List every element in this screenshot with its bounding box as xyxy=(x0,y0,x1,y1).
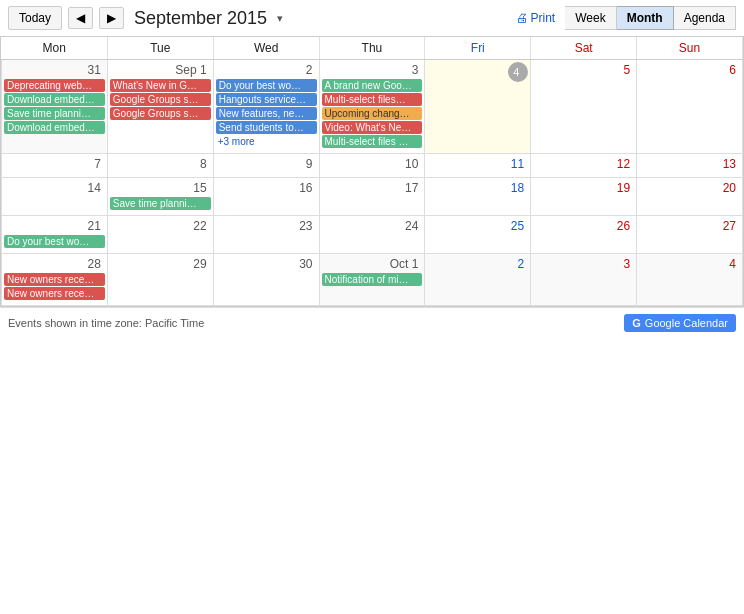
month-title: September 2015 xyxy=(134,8,267,29)
view-switcher: 🖨 Print Week Month Agenda xyxy=(516,6,736,30)
cal-cell: 16 xyxy=(213,178,319,216)
day-number[interactable]: 8 xyxy=(110,156,211,173)
day-number[interactable]: 24 xyxy=(322,218,423,235)
col-header-fri: Fri xyxy=(425,37,531,60)
calendar-event[interactable]: New features, ne… xyxy=(216,107,317,120)
col-header-sun: Sun xyxy=(637,37,743,60)
day-number[interactable]: 23 xyxy=(216,218,317,235)
cal-cell: 29 xyxy=(107,254,213,306)
day-number[interactable]: 18 xyxy=(427,180,528,197)
cal-cell: 2 xyxy=(425,254,531,306)
calendar-event[interactable]: Do your best wo… xyxy=(4,235,105,248)
day-number[interactable]: 4 xyxy=(508,62,528,82)
cal-cell: 10 xyxy=(319,154,425,178)
calendar-event[interactable]: Save time planni… xyxy=(4,107,105,120)
calendar-event[interactable]: New owners rece… xyxy=(4,273,105,286)
cal-cell: 6 xyxy=(637,60,743,154)
cal-cell: 31Deprecating web…Download embed…Save ti… xyxy=(2,60,108,154)
next-button[interactable]: ▶ xyxy=(99,7,124,29)
calendar-event[interactable]: Multi-select files… xyxy=(322,93,423,106)
day-number[interactable]: 13 xyxy=(639,156,740,173)
calendar-event[interactable]: Do your best wo… xyxy=(216,79,317,92)
day-number[interactable]: 2 xyxy=(427,256,528,273)
month-view-button[interactable]: Month xyxy=(617,6,674,30)
day-number[interactable]: 7 xyxy=(4,156,105,173)
print-button[interactable]: 🖨 Print xyxy=(516,11,555,25)
day-number[interactable]: 9 xyxy=(216,156,317,173)
day-number[interactable]: 11 xyxy=(427,156,528,173)
cal-cell: 7 xyxy=(2,154,108,178)
col-header-mon: Mon xyxy=(2,37,108,60)
day-number[interactable]: 22 xyxy=(110,218,211,235)
calendar-event[interactable]: New owners rece… xyxy=(4,287,105,300)
calendar-event[interactable]: What's New in G… xyxy=(110,79,211,92)
day-number[interactable]: 17 xyxy=(322,180,423,197)
cal-cell: 11 xyxy=(425,154,531,178)
cal-cell: 28New owners rece…New owners rece… xyxy=(2,254,108,306)
day-number[interactable]: 5 xyxy=(533,62,634,79)
cal-cell: 25 xyxy=(425,216,531,254)
day-number[interactable]: 29 xyxy=(110,256,211,273)
day-number[interactable]: 26 xyxy=(533,218,634,235)
day-number[interactable]: 27 xyxy=(639,218,740,235)
calendar-event[interactable]: Deprecating web… xyxy=(4,79,105,92)
cal-cell: 26 xyxy=(531,216,637,254)
cal-cell: 20 xyxy=(637,178,743,216)
gcal-icon: G xyxy=(632,317,641,329)
calendar-event[interactable]: A brand new Goo… xyxy=(322,79,423,92)
gcal-badge[interactable]: G Google Calendar xyxy=(624,314,736,332)
day-number[interactable]: Oct 1 xyxy=(322,256,423,273)
day-number[interactable]: 2 xyxy=(216,62,317,79)
day-number[interactable]: 20 xyxy=(639,180,740,197)
calendar-event[interactable]: Hangouts service… xyxy=(216,93,317,106)
day-number[interactable]: 28 xyxy=(4,256,105,273)
cal-cell: Sep 1What's New in G…Google Groups s…Goo… xyxy=(107,60,213,154)
cal-cell: 9 xyxy=(213,154,319,178)
cal-cell: 18 xyxy=(425,178,531,216)
day-number[interactable]: 19 xyxy=(533,180,634,197)
day-number[interactable]: 3 xyxy=(533,256,634,273)
calendar-event[interactable]: Save time planni… xyxy=(110,197,211,210)
calendar-event[interactable]: Google Groups s… xyxy=(110,93,211,106)
calendar-event[interactable]: Download embed… xyxy=(4,93,105,106)
day-number[interactable]: 15 xyxy=(110,180,211,197)
calendar-event[interactable]: Google Groups s… xyxy=(110,107,211,120)
cal-cell: 2Do your best wo…Hangouts service…New fe… xyxy=(213,60,319,154)
day-number[interactable]: 4 xyxy=(639,256,740,273)
day-number[interactable]: 6 xyxy=(639,62,740,79)
footer: Events shown in time zone: Pacific Time … xyxy=(0,307,744,338)
day-number[interactable]: 16 xyxy=(216,180,317,197)
day-number[interactable]: 3 xyxy=(322,62,423,79)
day-number[interactable]: 25 xyxy=(427,218,528,235)
more-events-link[interactable]: +3 more xyxy=(216,136,255,147)
calendar-event[interactable]: Notification of mi… xyxy=(322,273,423,286)
calendar-event[interactable]: Upcoming chang… xyxy=(322,107,423,120)
day-number[interactable]: 31 xyxy=(4,62,105,79)
cal-cell: 27 xyxy=(637,216,743,254)
calendar-event[interactable]: Download embed… xyxy=(4,121,105,134)
prev-button[interactable]: ◀ xyxy=(68,7,93,29)
cal-cell: 21Do your best wo… xyxy=(2,216,108,254)
calendar-event[interactable]: Send students to… xyxy=(216,121,317,134)
day-number[interactable]: Sep 1 xyxy=(110,62,211,79)
day-number[interactable]: 10 xyxy=(322,156,423,173)
cal-cell: 3A brand new Goo…Multi-select files…Upco… xyxy=(319,60,425,154)
calendar-event[interactable]: Video: What's Ne… xyxy=(322,121,423,134)
col-header-sat: Sat xyxy=(531,37,637,60)
day-number[interactable]: 21 xyxy=(4,218,105,235)
today-button[interactable]: Today xyxy=(8,6,62,30)
month-dropdown-arrow[interactable]: ▾ xyxy=(277,12,283,25)
cal-cell: 14 xyxy=(2,178,108,216)
calendar-event[interactable]: Multi-select files … xyxy=(322,135,423,148)
day-number[interactable]: 12 xyxy=(533,156,634,173)
cal-cell: 4 xyxy=(637,254,743,306)
cal-cell: 19 xyxy=(531,178,637,216)
day-number[interactable]: 30 xyxy=(216,256,317,273)
agenda-view-button[interactable]: Agenda xyxy=(674,6,736,30)
cal-cell: 17 xyxy=(319,178,425,216)
col-header-thu: Thu xyxy=(319,37,425,60)
gcal-label: Google Calendar xyxy=(645,317,728,329)
week-view-button[interactable]: Week xyxy=(565,6,616,30)
print-icon: 🖨 xyxy=(516,11,528,25)
day-number[interactable]: 14 xyxy=(4,180,105,197)
